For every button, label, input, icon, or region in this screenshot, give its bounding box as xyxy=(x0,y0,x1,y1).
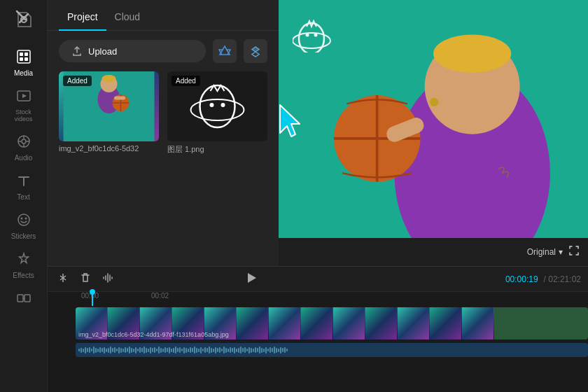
dropbox-icon xyxy=(249,45,262,57)
audio-icon xyxy=(16,134,31,151)
google-drive-button[interactable] xyxy=(213,39,237,63)
stock-videos-icon xyxy=(16,88,31,106)
dropbox-button[interactable] xyxy=(244,39,267,63)
svg-marker-7 xyxy=(22,94,27,98)
timeline-current-time: 00:00:19 xyxy=(505,274,538,284)
timeline-tracks: img_v2_bf0c1dc6-5d32-4dd1-97df-f131f61a0… xyxy=(48,306,588,392)
sidebar-label-audio: Audio xyxy=(15,154,33,162)
svg-marker-47 xyxy=(248,273,256,283)
svg-rect-20 xyxy=(24,295,30,302)
main-panel: Project Cloud Upload xyxy=(48,0,588,392)
sidebar-item-media[interactable]: Media xyxy=(0,43,47,83)
timeline-toolbar: 00:00:19 / 02:21:02 xyxy=(48,267,588,292)
clip-label: img_v2_bf0c1dc6-5d32-4dd1-97df-f131f61a0… xyxy=(78,331,229,338)
svg-point-18 xyxy=(24,218,27,220)
app-logo[interactable] xyxy=(11,7,36,32)
svg-point-32 xyxy=(210,103,214,107)
preview-video xyxy=(279,0,588,238)
waveform: // Will be generated inline xyxy=(76,343,588,357)
preview-logo-overlay xyxy=(293,14,331,55)
sidebar-item-effects[interactable]: Effects xyxy=(0,246,47,285)
upload-button[interactable]: Upload xyxy=(59,40,206,62)
playhead[interactable] xyxy=(92,292,93,306)
sidebar-item-transitions[interactable] xyxy=(0,285,47,316)
media-icon xyxy=(16,49,31,66)
svg-rect-3 xyxy=(24,52,28,56)
quality-selector[interactable]: Original ▾ xyxy=(527,247,563,257)
audio-track: // Will be generated inline xyxy=(48,341,588,359)
media-item-name-1: img_v2_bf0c1dc6-5d32 xyxy=(59,144,159,153)
top-area: Project Cloud Upload xyxy=(48,0,588,266)
effects-icon xyxy=(16,251,31,269)
audio-clip[interactable]: // Will be generated inline xyxy=(76,343,588,357)
media-toolbar: Upload xyxy=(48,31,279,71)
svg-point-33 xyxy=(221,103,225,107)
sidebar-item-audio[interactable]: Audio xyxy=(0,128,47,167)
upload-icon xyxy=(71,46,83,57)
svg-point-9 xyxy=(22,139,26,144)
added-badge-1: Added xyxy=(63,76,92,86)
svg-point-44 xyxy=(306,34,309,37)
playhead-handle[interactable] xyxy=(90,289,95,295)
transitions-icon xyxy=(16,290,31,308)
text-icon xyxy=(16,173,31,190)
sidebar-label-media: Media xyxy=(14,69,33,77)
sidebar-label-stickers: Stickers xyxy=(11,232,36,240)
media-tabs: Project Cloud xyxy=(48,0,279,31)
preview-panel: Original ▾ xyxy=(279,0,588,266)
media-panel: Project Cloud Upload xyxy=(48,0,279,266)
media-item-2[interactable]: Added 图层 1.png xyxy=(167,71,267,155)
play-button[interactable] xyxy=(241,268,261,290)
svg-point-17 xyxy=(20,218,22,220)
stickers-icon xyxy=(16,212,31,230)
timeline-total-time: / 02:21:02 xyxy=(544,274,581,284)
svg-point-41 xyxy=(430,98,438,106)
media-item-1[interactable]: Added img_v2_bf0c1dc6-5d32 xyxy=(59,71,159,155)
video-track: img_v2_bf0c1dc6-5d32-4dd1-97df-f131f61a0… xyxy=(48,307,588,340)
timeline-ruler: 00:00 00:02 xyxy=(48,292,588,306)
sidebar: Media Stock videos Audio xyxy=(0,0,48,392)
svg-point-45 xyxy=(314,34,318,37)
sidebar-label-effects: Effects xyxy=(13,272,34,279)
svg-point-28 xyxy=(102,75,116,82)
delete-button[interactable] xyxy=(77,270,94,289)
tab-cloud[interactable]: Cloud xyxy=(106,4,149,31)
svg-rect-1 xyxy=(18,50,30,63)
sidebar-label-stock: Stock videos xyxy=(14,108,32,122)
ruler-mark-1: 00:02 xyxy=(151,292,169,300)
svg-rect-2 xyxy=(20,52,23,56)
split-button[interactable] xyxy=(55,270,71,289)
svg-rect-5 xyxy=(24,57,28,61)
video-clip[interactable]: img_v2_bf0c1dc6-5d32-4dd1-97df-f131f61a0… xyxy=(76,307,588,340)
sidebar-item-text[interactable]: Text xyxy=(0,167,47,206)
svg-point-37 xyxy=(433,34,511,72)
media-item-name-2: 图层 1.png xyxy=(167,144,267,155)
sidebar-item-stickers[interactable]: Stickers xyxy=(0,206,47,246)
svg-point-16 xyxy=(18,214,29,225)
preview-controls-bar: Original ▾ xyxy=(279,238,588,266)
sidebar-label-text: Text xyxy=(17,193,29,201)
media-grid: Added img_v2_bf0c1dc6-5d32 xyxy=(48,71,279,155)
tab-project[interactable]: Project xyxy=(59,4,106,31)
svg-rect-4 xyxy=(20,57,23,61)
sidebar-item-stock-videos[interactable]: Stock videos xyxy=(0,83,47,128)
svg-rect-19 xyxy=(18,295,23,302)
fullscreen-button[interactable] xyxy=(568,245,580,259)
added-badge-2: Added xyxy=(172,76,200,86)
google-drive-icon xyxy=(218,45,231,57)
audio-button[interactable] xyxy=(99,270,116,289)
timeline-area: 00:00:19 / 02:21:02 00:00 00:02 xyxy=(48,266,588,392)
